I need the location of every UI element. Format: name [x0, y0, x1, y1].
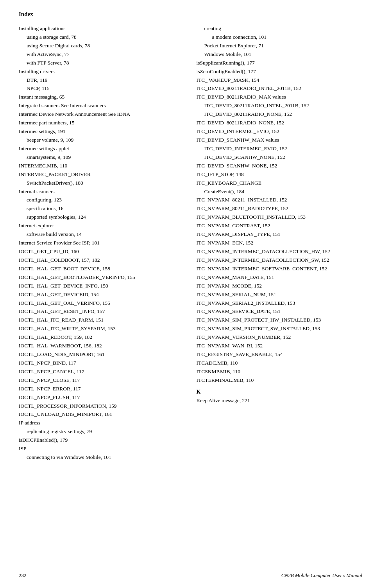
list-item: IOCTL_NPCP_ERROR, 117	[19, 385, 185, 393]
list-item: ITC_NVPARM_80211_INSTALLED, 152	[197, 196, 363, 204]
list-item: ITC_DEVID_80211RADIO_INTEL_2011B, 152	[197, 85, 363, 93]
list-item: using Secure Digital cards, 78	[19, 42, 185, 50]
list-item: ITC_NVPARM_WAN_RI, 152	[197, 342, 363, 350]
list-item: IOCTL_LOAD_NDIS_MINIPORT, 161	[19, 351, 185, 359]
list-item: NPCP, 115	[19, 85, 185, 93]
list-item: IOCTL_NPCP_CANCEL, 117	[19, 368, 185, 376]
list-item: ITC_KEYBOARD_CHANGE	[197, 179, 363, 187]
page-number: 232	[19, 572, 27, 579]
list-item: ITC_NVPARM_INTERMEC_DATACOLLECTION_SW, 1…	[197, 256, 363, 264]
list-item: Instant messaging, 65	[19, 93, 185, 101]
list-item: Intermec Device Network Announcement See…	[19, 110, 185, 119]
list-item: IOCTL_HAL_GET_BOOT_DEVICE, 158	[19, 265, 185, 273]
page-footer: 232 CN2B Mobile Computer User's Manual	[0, 572, 381, 579]
list-item: ITCADC.MIB, 110	[197, 359, 363, 367]
list-item: isSupplicantRunning(), 177	[197, 59, 363, 67]
list-item: IOCTL_PROCESSOR_INFORMATION, 159	[19, 402, 185, 410]
list-item: a modem connection, 101	[197, 33, 363, 41]
list-item: IOCTL_UNLOAD_NDIS_MINIPORT, 161	[19, 410, 185, 419]
list-item: beeper volume, 9, 109	[19, 136, 185, 144]
list-item: configuring, 123	[19, 196, 185, 204]
list-item: IOCTL_NPCP_CLOSE, 117	[19, 376, 185, 385]
list-item: connecting to via Windows Mobile, 101	[19, 453, 185, 462]
list-item: ITC_DEVID_SCANHW_NONE, 152	[197, 162, 363, 170]
list-item: ITC_NVPARM_VERSION_NUMBER, 152	[197, 333, 363, 342]
list-item: Internet Service Provider See ISP, 101	[19, 239, 185, 247]
list-item: ITC_DEVID_80211RADIO_INTEL_2011B, 152	[197, 102, 363, 110]
list-item: ITC_DEVID_INTERMEC_EVIO, 152	[197, 128, 363, 136]
list-item: ITC_DEVID_INTERMEC_EVIO, 152	[197, 145, 363, 153]
list-item: Internal scanners	[19, 188, 185, 196]
list-item: ITC_NVPARM_DISPLAY_TYPE, 151	[197, 230, 363, 239]
list-item: ITC_NVPARM_BLUETOOTH_INSTALLED, 153	[197, 213, 363, 221]
list-item: isDHCPEnabled(), 179	[19, 436, 185, 444]
list-item: IOCTL_HAL_ITC_WRITE_SYSPARM, 153	[19, 325, 185, 333]
list-item: Installing drivers	[19, 68, 185, 76]
list-item: specifications, 16	[19, 205, 185, 213]
list-item: ITC_DEVID_SCANHW_NONE, 152	[197, 153, 363, 162]
list-item: IOCTL_HAL_GET_DEVICEID, 154	[19, 291, 185, 299]
list-item: IOCTL_HAL_GET_RESET_INFO, 157	[19, 307, 185, 316]
list-item: INTERMEC_PACKET_DRIVER	[19, 171, 185, 179]
list-item: IOCTL_NPCP_BIND, 117	[19, 359, 185, 367]
list-item: SwitchPacketDriver(), 180	[19, 179, 185, 187]
list-item: Intermec settings applet	[19, 145, 185, 153]
list-item: ITC_DEVID_SCANHW_MAX values	[197, 136, 363, 144]
list-item: INTERMEC.MIB, 110	[19, 162, 185, 170]
list-item: CreateEvent(), 184	[197, 188, 363, 196]
list-item: ITC_NVPARM_SERIAL_NUM, 151	[197, 291, 363, 299]
list-item: Windows Mobile, 101	[197, 50, 363, 59]
list-item: with ActiveSync, 77	[19, 50, 185, 59]
list-item: Intermec part numbers, 15	[19, 119, 185, 127]
list-item: supported symbologies, 124	[19, 213, 185, 221]
list-item: ITC_NVPARM_SERVICE_DATE, 151	[197, 307, 363, 316]
list-item: DTR, 119	[19, 76, 185, 85]
list-item: IP address	[19, 419, 185, 427]
list-item: isZeroConfigEnabled(), 177	[197, 68, 363, 76]
list-item: ITC_IFTP_STOP, 148	[197, 171, 363, 179]
list-item: ITC_NVPARM_MCODE, 152	[197, 282, 363, 290]
list-item: IOCTL_HAL_GET_OAL_VERINFO, 155	[19, 299, 185, 307]
list-item: ITC_NVPARM_ECN, 152	[197, 239, 363, 247]
list-item: Intermec settings, 191	[19, 128, 185, 136]
left-column: Installing applicationsusing a storage c…	[19, 25, 197, 462]
list-item: K	[197, 388, 363, 396]
list-item: ITC_NVPARM_SIM_PROTECT_HW_INSTALLED, 153	[197, 316, 363, 324]
list-item: Pocket Internet Explorer, 71	[197, 42, 363, 50]
list-item: ITC_NVPARM_INTERMEC_SOFTWARE_CONTENT, 15…	[197, 265, 363, 273]
list-item: Keep Alive message, 221	[197, 397, 363, 405]
list-item: creating	[197, 25, 363, 33]
list-item: replicating registry settings, 79	[19, 428, 185, 436]
list-item: ITC_NVPARM_80211_RADIOTYPE, 152	[197, 205, 363, 213]
list-item: IOCTL_NPCP_FLUSH, 117	[19, 394, 185, 402]
list-item: ITCTERMINAL.MIB, 110	[197, 376, 363, 385]
list-item: ITC_DEVID_80211RADIO_NONE, 152	[197, 119, 363, 127]
list-item: IOCTL_HAL_GET_DEVICE_INFO, 150	[19, 282, 185, 290]
list-item: Installing applications	[19, 25, 185, 33]
list-item: ITCSNMP.MIB, 110	[197, 368, 363, 376]
list-item: ITC_ WAKEUP_MASK, 154	[197, 76, 363, 85]
right-column: creatinga modem connection, 101Pocket In…	[197, 25, 363, 462]
page: Index Installing applicationsusing a sto…	[0, 0, 381, 588]
list-item: Internet explorer	[19, 222, 185, 230]
list-item: IOCTL_HAL_COLDBOOT, 157, 182	[19, 256, 185, 264]
list-item: with FTP Server, 78	[19, 59, 185, 67]
list-item: ISP	[19, 445, 185, 453]
content-area: Installing applicationsusing a storage c…	[19, 25, 362, 462]
list-item: ITC_NVPARM_SIM_PROTECT_SW_INSTALLED, 153	[197, 325, 363, 333]
list-item: ITC_DEVID_80211RADIO_MAX values	[197, 93, 363, 101]
list-item: IOCTL_GET_CPU_ID, 160	[19, 248, 185, 256]
list-item: ITC_NVPARM_INTERMEC_DATACOLLECTION_HW, 1…	[197, 248, 363, 256]
footer-title: CN2B Mobile Computer User's Manual	[281, 572, 362, 579]
list-item: ITC_DEVID_80211RADIO_NONE, 152	[197, 110, 363, 119]
list-item: IOCTL_HAL_REBOOT, 159, 182	[19, 333, 185, 342]
list-item: ITC_REGISTRY_SAVE_ENABLE, 154	[197, 351, 363, 359]
list-item: Integrated scanners See Internal scanner…	[19, 102, 185, 110]
list-item: software build version, 14	[19, 230, 185, 239]
list-item: ITC_NVPARM_SERIAL2_INSTALLED, 153	[197, 299, 363, 307]
list-item: ITC_NVPARM_MANF_DATE, 151	[197, 273, 363, 282]
list-item: smartsystems, 9, 109	[19, 153, 185, 162]
list-item: ITC_NVPARM_CONTRAST, 152	[197, 222, 363, 230]
list-item: IOCTL_HAL_ITC_READ_PARM, 151	[19, 316, 185, 324]
list-item: IOCTL_HAL_WARMBOOT, 156, 182	[19, 342, 185, 350]
